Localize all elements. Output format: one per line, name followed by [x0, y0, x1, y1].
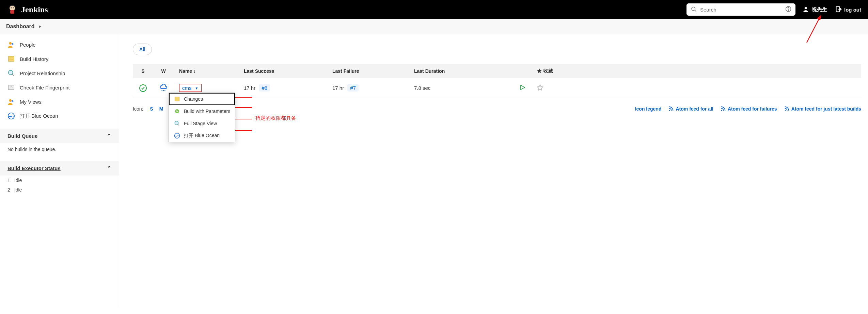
job-name-dropdown-trigger[interactable]: cms ▼	[179, 84, 202, 92]
user-link[interactable]: 祝先生	[802, 6, 827, 14]
executor-num: 1	[7, 178, 10, 183]
menu-item-full-stage[interactable]: Full Stage View	[169, 117, 235, 130]
last-success-build-link[interactable]: #8	[259, 84, 270, 92]
executor-status-title: Build Executor Status	[7, 165, 61, 171]
breadcrumb-dashboard[interactable]: Dashboard	[6, 23, 35, 30]
sidebar-item-label: Project Relationship	[20, 70, 65, 76]
atom-all-link[interactable]: Atom feed for all	[668, 106, 713, 112]
main-content: All S W Name ↓ Last Success Last Failure…	[119, 34, 868, 306]
last-success-time: 17 hr	[244, 85, 255, 91]
col-last-success[interactable]: Last Success	[238, 64, 327, 78]
logo-area[interactable]: Jenkins	[7, 4, 48, 15]
sidebar-item-blue-ocean[interactable]: 打开 Blue Ocean	[0, 109, 119, 123]
fingerprint-icon	[7, 84, 15, 91]
blue-ocean-icon	[174, 132, 180, 139]
svg-rect-1	[10, 10, 14, 14]
menu-item-label: 打开 Blue Ocean	[184, 133, 220, 139]
build-queue-header[interactable]: Build Queue ⌃	[0, 129, 119, 143]
col-name[interactable]: Name ↓	[174, 64, 238, 78]
svg-rect-17	[9, 85, 14, 90]
atom-fail-link[interactable]: Atom feed for failures	[720, 106, 777, 112]
menu-item-label: Full Stage View	[184, 121, 217, 126]
last-failure-time: 17 hr	[332, 85, 344, 91]
help-icon[interactable]	[785, 6, 791, 13]
people-icon	[7, 41, 15, 48]
search-relation-icon	[7, 69, 15, 77]
executor-row: 2 Idle	[0, 185, 119, 195]
menu-item-changes[interactable]: Changes	[169, 93, 235, 105]
search-icon	[691, 6, 697, 13]
star-icon	[537, 68, 542, 73]
col-fav[interactable]: 收藏	[531, 64, 861, 78]
logout-link[interactable]: log out	[835, 6, 861, 14]
svg-point-8	[805, 7, 807, 9]
logout-icon	[835, 6, 842, 14]
build-queue-empty: No builds in the queue.	[0, 143, 119, 155]
rss-icon	[668, 106, 674, 112]
executor-status-header[interactable]: Build Executor Status ⌃	[0, 161, 119, 176]
build-icon	[174, 108, 180, 115]
last-duration: 7.8 sec	[409, 78, 511, 98]
svg-point-18	[9, 99, 12, 102]
atom-latest-link[interactable]: Atom feed for just latest builds	[784, 106, 861, 112]
col-weather[interactable]: W	[153, 64, 174, 78]
menu-item-blue-ocean[interactable]: 打开 Blue Ocean	[169, 130, 235, 142]
menu-item-label: Build with Parameters	[184, 109, 230, 114]
job-table: S W Name ↓ Last Success Last Failure Las…	[133, 64, 861, 98]
sidebar-item-label: 打开 Blue Ocean	[20, 113, 58, 119]
chevron-right-icon[interactable]: ▶	[39, 24, 42, 28]
build-queue-title: Build Queue	[7, 133, 37, 139]
blue-ocean-icon	[7, 112, 15, 120]
sidebar-item-label: Build History	[20, 56, 48, 62]
svg-point-15	[9, 70, 13, 75]
svg-line-16	[12, 74, 14, 76]
chevron-down-icon: ▼	[195, 86, 199, 90]
sidebar-item-label: People	[20, 42, 36, 48]
search-box	[686, 3, 795, 16]
sidebar-item-build-history[interactable]: Build History	[0, 52, 119, 66]
col-last-duration[interactable]: Last Duration	[409, 64, 511, 78]
last-failure-build-link[interactable]: #7	[347, 84, 359, 92]
sort-down-icon: ↓	[193, 68, 196, 74]
menu-item-build-params[interactable]: Build with Parameters	[169, 105, 235, 117]
play-build-icon[interactable]	[519, 86, 526, 92]
favorite-star-icon[interactable]	[537, 86, 543, 92]
rss-icon	[784, 106, 789, 112]
svg-line-5	[695, 10, 696, 11]
svg-line-29	[178, 124, 179, 126]
sidebar-item-label: My Views	[20, 99, 42, 105]
my-views-icon	[7, 98, 15, 105]
tab-all[interactable]: All	[133, 44, 152, 55]
search-input[interactable]	[686, 3, 795, 16]
annotation-text: 指定的权限都具备	[255, 115, 296, 121]
svg-point-19	[12, 100, 13, 102]
executor-row: 1 Idle	[0, 176, 119, 185]
svg-rect-12	[9, 56, 14, 62]
status-success-icon	[139, 84, 147, 92]
svg-rect-25	[175, 97, 179, 101]
col-last-failure[interactable]: Last Failure	[327, 64, 409, 78]
changes-icon	[174, 96, 180, 102]
executor-state: Idle	[14, 178, 22, 183]
history-icon	[7, 55, 15, 63]
logout-label: log out	[844, 7, 861, 13]
weather-cloudy-icon	[159, 83, 168, 92]
sidebar: People Build History Project Relationshi…	[0, 34, 119, 306]
executor-state: Idle	[14, 187, 22, 193]
col-status[interactable]: S	[133, 64, 153, 78]
sidebar-item-project-relationship[interactable]: Project Relationship	[0, 66, 119, 80]
job-context-menu: Changes Build with Parameters Full Stage…	[169, 93, 235, 142]
icon-size-m[interactable]: M	[159, 106, 163, 112]
rss-icon	[720, 106, 726, 112]
executor-num: 2	[7, 187, 10, 193]
icon-size-s[interactable]: S	[150, 106, 153, 112]
sidebar-item-fingerprint[interactable]: Check File Fingerprint	[0, 80, 119, 95]
stage-view-icon	[174, 120, 180, 127]
sidebar-item-people[interactable]: People	[0, 37, 119, 52]
icon-size-label: Icon:	[133, 106, 143, 112]
sidebar-item-my-views[interactable]: My Views	[0, 95, 119, 109]
jenkins-logo-icon	[7, 4, 18, 15]
svg-marker-24	[521, 85, 525, 89]
menu-item-label: Changes	[184, 96, 203, 102]
icon-legend-link[interactable]: Icon legend	[635, 106, 662, 112]
